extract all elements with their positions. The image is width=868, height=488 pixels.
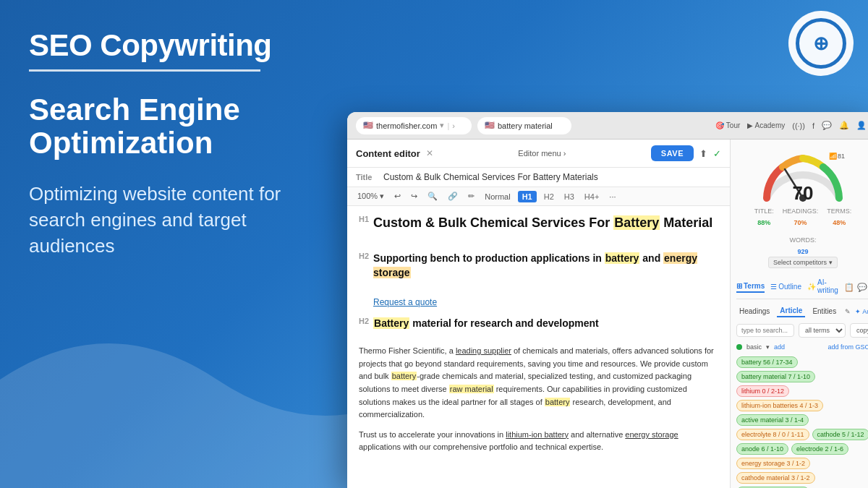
autoinsert-button[interactable]: ✦ Autoinsert bbox=[855, 308, 868, 315]
body-text-1: Thermo Fisher Scientific, a leading supp… bbox=[359, 345, 718, 421]
ai-writing-tab[interactable]: ✨ AI-writing bbox=[807, 278, 838, 296]
more-options-icon[interactable]: ··· bbox=[606, 191, 618, 202]
url-bar[interactable]: 🇺🇸 thermofisher.com ▾ | › bbox=[356, 117, 472, 134]
words-stat: WORDS: 929 bbox=[790, 236, 817, 257]
chevron-down-icon: ▾ bbox=[829, 259, 833, 266]
editor-subheader: Title Custom & Bulk Chemical Services Fo… bbox=[347, 168, 730, 187]
h2-1-content[interactable]: Supporting bench to production applicati… bbox=[373, 252, 718, 280]
seo-score-value: 70 bbox=[793, 182, 814, 205]
h2-2-content[interactable]: Battery material for research and develo… bbox=[373, 317, 599, 331]
tour-label[interactable]: 🎯 Tour bbox=[715, 121, 740, 129]
save-button[interactable]: SAVE bbox=[651, 145, 694, 161]
kw-active-material: active material 3 / 1-4 bbox=[736, 414, 809, 426]
basic-status-dot bbox=[736, 344, 742, 350]
check-icon[interactable]: ✓ bbox=[713, 148, 721, 159]
close-editor-icon[interactable]: ✕ bbox=[426, 148, 433, 158]
url-flag: 🇺🇸 bbox=[363, 121, 373, 130]
headings-tab[interactable]: Headings bbox=[736, 306, 773, 317]
editor-area: Content editor ✕ Editor menu › SAVE ⬆ ✓ bbox=[347, 140, 868, 488]
ai-icon: ✨ bbox=[807, 283, 816, 291]
body-text-2: Trust us to accelerate your innovations … bbox=[359, 429, 718, 454]
url-divider: | bbox=[447, 121, 449, 130]
description: Optimizing website content for search en… bbox=[29, 181, 318, 260]
kw-battery: battery 56 / 17-34 bbox=[736, 356, 798, 368]
h3-button[interactable]: H3 bbox=[561, 191, 577, 202]
h2-1-block: H2 Supporting bench to production applic… bbox=[359, 252, 718, 287]
terms-search-input[interactable] bbox=[736, 324, 794, 337]
wifi-icon: 📶 bbox=[829, 153, 837, 160]
link-icon[interactable]: 🔗 bbox=[445, 190, 461, 202]
logo-circle: ⊕ bbox=[788, 11, 854, 76]
pencil-icon[interactable]: ✏ bbox=[465, 190, 477, 202]
h2-button[interactable]: H2 bbox=[541, 191, 557, 202]
gauge-stats: TITLE: 88% HEADINGS: 70% TERMS: 48% WO bbox=[739, 207, 867, 257]
mode-selector[interactable]: Normal bbox=[482, 191, 513, 202]
share-icon[interactable]: ⬆ bbox=[699, 148, 707, 159]
leading-supplier-highlight: leading supplier bbox=[456, 346, 511, 355]
academy-label[interactable]: ▶ Academy bbox=[747, 121, 785, 129]
left-panel: SEO Copywriting Search Engine Optimizati… bbox=[0, 0, 347, 488]
raw-material-highlight: raw material bbox=[449, 385, 494, 393]
editor-header: Content editor ✕ Editor menu › SAVE ⬆ ✓ bbox=[347, 140, 730, 168]
kw-energy-storage: energy storage 3 / 1-2 bbox=[736, 458, 810, 469]
add-from-gsc-button[interactable]: add from GSC bbox=[827, 343, 868, 351]
editor-content: H1 Custom & Bulk Chemical Services For B… bbox=[347, 206, 730, 488]
undo-button[interactable]: ↩ bbox=[391, 190, 404, 202]
h1-content[interactable]: Custom & Bulk Chemical Services For Batt… bbox=[373, 215, 712, 231]
chat-icon[interactable]: 💬 bbox=[822, 121, 832, 130]
redo-button[interactable]: ↪ bbox=[408, 190, 420, 202]
nav-icons: 🎯 Tour ▶ Academy ((·)) f 💬 🔔 👤 bbox=[715, 121, 867, 130]
copy-icon[interactable]: 📋 bbox=[844, 283, 854, 292]
signal-indicator: 📶 81 bbox=[829, 153, 845, 160]
kw-cathode: cathode 5 / 1-12 bbox=[812, 429, 868, 440]
search-icon[interactable]: 🔍 bbox=[425, 190, 441, 202]
entities-icon: ✎ bbox=[845, 308, 851, 315]
editor-toolbar: 100% ▾ ↩ ↪ 🔍 🔗 ✏ Normal H1 H2 H3 H4+ ··· bbox=[347, 187, 730, 206]
request-quote-link[interactable]: Request a quote bbox=[373, 297, 437, 307]
seo-panel: 📶 81 70 TITLE: 88% HEADINGS: 70% bbox=[731, 140, 868, 488]
kw-lithium: lithium 0 / 2-12 bbox=[736, 385, 789, 397]
zoom-control[interactable]: 100% ▾ bbox=[354, 190, 387, 202]
outline-tab[interactable]: ☰ Outline bbox=[770, 283, 801, 292]
lithium-ion-highlight: lithium-ion battery bbox=[506, 430, 569, 439]
sub-title: Search Engine Optimization bbox=[29, 93, 318, 160]
basic-row: basic ▾ add add from GSC bbox=[736, 343, 868, 351]
panel-icons: 📋 💬 ≡ bbox=[844, 283, 868, 292]
main-title: SEO Copywriting bbox=[29, 29, 318, 62]
search-bar[interactable]: 🇺🇸 battery material bbox=[477, 117, 571, 134]
outline-icon: ☰ bbox=[770, 283, 777, 291]
add-term-button[interactable]: add bbox=[774, 343, 785, 351]
select-competitors-button[interactable]: Select competitors ▾ bbox=[768, 257, 838, 268]
wifi-icon: ((·)) bbox=[792, 121, 805, 130]
url-arrow: › bbox=[452, 121, 455, 130]
editor-menu-button[interactable]: Editor menu › bbox=[518, 149, 566, 158]
h4-button[interactable]: H4+ bbox=[582, 191, 603, 202]
link-block: Request a quote bbox=[359, 295, 718, 308]
search-terms-row: all terms copy... bbox=[736, 323, 868, 338]
article-subtabs: Headings Article Entities ✎ ✦ Autoinsert bbox=[736, 305, 868, 317]
terms-filter-dropdown[interactable]: all terms bbox=[799, 323, 846, 338]
kw-battery-material: battery material 7 / 1-10 bbox=[736, 371, 815, 382]
bell-icon[interactable]: 🔔 bbox=[839, 121, 849, 130]
editor-header-left: Content editor ✕ bbox=[356, 148, 433, 159]
h2-2-block: H2 Battery material for research and dev… bbox=[359, 317, 718, 338]
battery-highlight-4: battery bbox=[545, 398, 571, 406]
user-icon[interactable]: 👤 bbox=[856, 121, 867, 130]
energy-storage-highlight: energy storage bbox=[373, 252, 697, 278]
terms-icon: ⊞ bbox=[736, 282, 742, 290]
chat-icon[interactable]: 💬 bbox=[857, 283, 867, 292]
seo-score-gauge: 📶 81 70 TITLE: 88% HEADINGS: 70% bbox=[736, 147, 868, 273]
facebook-icon[interactable]: f bbox=[812, 121, 814, 130]
copy-dropdown[interactable]: copy... bbox=[850, 323, 868, 338]
energy-storage-highlight-2: energy storage bbox=[625, 430, 678, 439]
article-tab[interactable]: Article bbox=[777, 305, 805, 317]
menu-chevron-icon: › bbox=[563, 149, 566, 158]
entities-tab[interactable]: Entities bbox=[809, 306, 839, 317]
browser-chrome: 🇺🇸 thermofisher.com ▾ | › 🇺🇸 battery mat… bbox=[347, 112, 868, 140]
editor-header-center: Editor menu › bbox=[518, 149, 566, 158]
sub-title-line1: Search Engine bbox=[29, 93, 240, 127]
h2-1-label: H2 bbox=[359, 252, 369, 260]
terms-tab[interactable]: ⊞ Terms bbox=[736, 282, 765, 293]
title-field-value[interactable]: Custom & Bulk Chemical Services For Batt… bbox=[383, 172, 598, 182]
h1-button[interactable]: H1 bbox=[518, 191, 537, 202]
